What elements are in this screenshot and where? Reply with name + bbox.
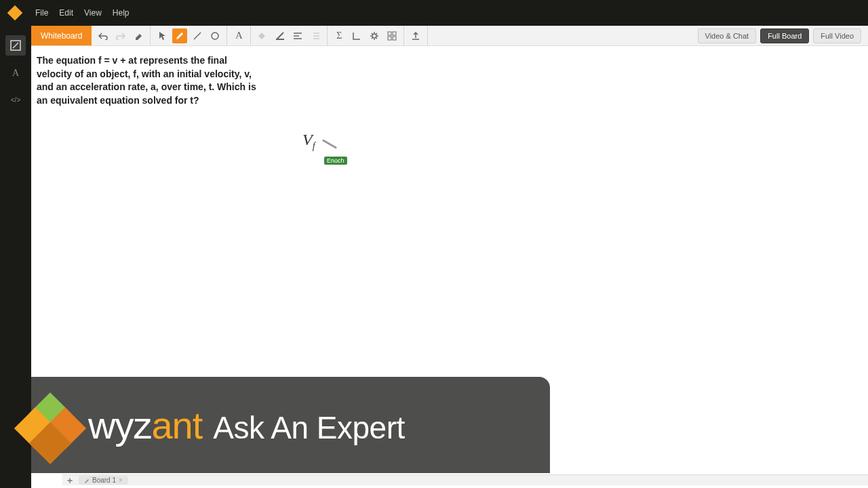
svg-rect-13 <box>388 32 391 35</box>
board-tab-1[interactable]: Board 1 × <box>79 476 128 485</box>
svg-line-3 <box>194 33 201 39</box>
redo-icon[interactable] <box>113 28 128 43</box>
add-board-button[interactable]: + <box>65 476 75 485</box>
pointer-icon[interactable] <box>155 28 170 43</box>
svg-rect-5 <box>276 39 284 40</box>
grid-icon[interactable] <box>384 28 399 43</box>
sigma-icon[interactable]: Σ <box>332 28 347 43</box>
svg-text:</>: </> <box>11 96 21 104</box>
vf-symbol: Vf <box>302 131 315 148</box>
problem-text: The equation f = v + at represents the f… <box>37 54 260 107</box>
rail-whiteboard-icon[interactable] <box>5 35 26 56</box>
app-logo-icon <box>7 5 23 21</box>
pencil-trail <box>322 139 337 149</box>
tagline-text: Ask An Expert <box>213 409 404 446</box>
menu-view[interactable]: View <box>84 8 102 18</box>
top-menu-bar: File Edit View Help <box>0 0 868 26</box>
svg-point-12 <box>372 34 376 38</box>
menu-edit[interactable]: Edit <box>59 8 73 18</box>
pencil-icon[interactable] <box>172 28 187 43</box>
menu-items: File Edit View Help <box>35 8 130 18</box>
align-icon[interactable] <box>290 28 305 43</box>
wyzant-banner: wyzant Ask An Expert <box>31 377 550 473</box>
toolbar: Whiteboard A Σ <box>31 26 868 46</box>
board-tabs-bar: + Board 1 × <box>62 474 868 485</box>
svg-point-4 <box>212 33 218 39</box>
svg-text:A: A <box>12 68 20 78</box>
user-cursor-badge: Enoch <box>324 157 347 165</box>
brand-text: wyzant <box>88 403 202 447</box>
graph-icon[interactable] <box>349 28 364 43</box>
whiteboard-tab[interactable]: Whiteboard <box>31 26 92 45</box>
svg-rect-16 <box>393 37 396 40</box>
full-video-button[interactable]: Full Video <box>813 28 861 43</box>
gear-icon[interactable] <box>367 28 382 43</box>
full-board-button[interactable]: Full Board <box>760 28 809 43</box>
handwritten-drawing: Vf Enoch <box>302 131 315 152</box>
list-icon[interactable] <box>308 28 323 43</box>
rail-text-icon[interactable]: A <box>5 62 26 83</box>
upload-icon[interactable] <box>408 28 423 43</box>
stroke-icon[interactable] <box>273 28 288 43</box>
svg-rect-15 <box>388 37 391 40</box>
pencil-small-icon <box>84 478 90 483</box>
eraser-icon[interactable] <box>131 28 146 43</box>
text-tool-icon[interactable]: A <box>231 28 246 43</box>
close-tab-icon[interactable]: × <box>119 476 123 484</box>
wyzant-logo-icon <box>20 399 79 457</box>
menu-help[interactable]: Help <box>113 8 130 18</box>
svg-rect-14 <box>393 32 396 35</box>
rail-code-icon[interactable]: </> <box>5 89 26 110</box>
undo-icon[interactable] <box>96 28 111 43</box>
fill-icon[interactable] <box>255 28 270 43</box>
line-icon[interactable] <box>190 28 205 43</box>
video-chat-button[interactable]: Video & Chat <box>698 28 757 43</box>
shape-icon[interactable] <box>208 28 222 43</box>
menu-file[interactable]: File <box>35 8 48 18</box>
